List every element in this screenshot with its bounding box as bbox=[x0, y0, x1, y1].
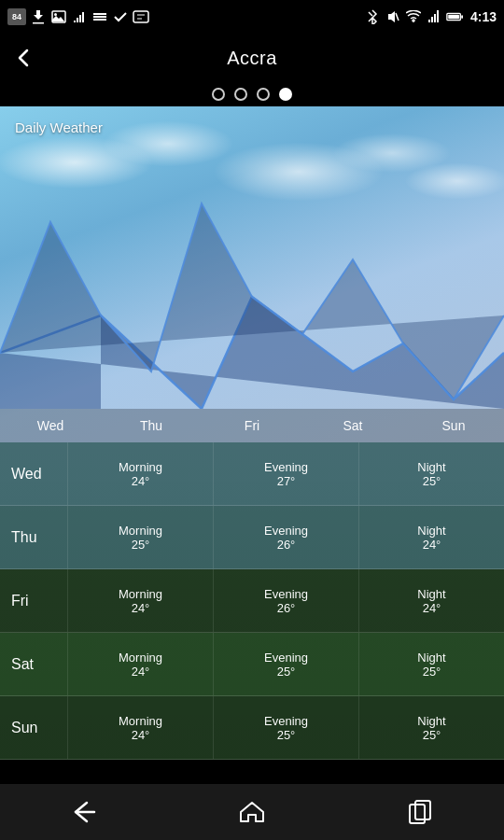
evening-temp: 25° bbox=[277, 728, 296, 742]
row-day: Sun bbox=[0, 696, 67, 759]
status-right-icons: 4:13 bbox=[364, 8, 497, 25]
chart-day-sun: Sun bbox=[403, 418, 504, 433]
signal-icon bbox=[71, 8, 88, 25]
night-label: Night bbox=[417, 714, 445, 728]
battery-84-icon: 84 bbox=[7, 8, 26, 25]
row-night: Night 25° bbox=[358, 442, 504, 505]
status-bar: 84 bbox=[0, 0, 504, 34]
back-button[interactable] bbox=[13, 48, 34, 68]
evening-temp: 26° bbox=[277, 601, 296, 615]
download-icon bbox=[30, 8, 47, 25]
morning-temp: 25° bbox=[132, 538, 150, 552]
night-temp: 24° bbox=[423, 601, 441, 615]
city-title: Accra bbox=[227, 48, 277, 69]
home-nav-button[interactable] bbox=[215, 791, 289, 833]
signal-bars-icon bbox=[426, 8, 442, 25]
row-day: Sat bbox=[0, 633, 67, 695]
night-label: Night bbox=[417, 587, 445, 601]
chart-day-labels: Wed Thu Fri Sat Sun bbox=[0, 409, 504, 442]
weather-row: Wed Morning 24° Evening 27° Night 25° bbox=[0, 442, 504, 506]
evening-label: Evening bbox=[264, 587, 308, 601]
row-morning: Morning 25° bbox=[67, 506, 213, 568]
battery-icon bbox=[446, 8, 463, 25]
evening-temp: 26° bbox=[277, 538, 296, 552]
night-temp: 25° bbox=[423, 665, 441, 679]
back-nav-button[interactable] bbox=[47, 791, 121, 833]
top-nav: Accra bbox=[0, 34, 504, 82]
bluetooth-icon bbox=[364, 8, 381, 25]
morning-temp: 24° bbox=[132, 601, 150, 615]
weather-row: Sun Morning 24° Evening 25° Night 25° bbox=[0, 696, 504, 760]
morning-temp: 24° bbox=[132, 474, 150, 488]
night-temp: 24° bbox=[423, 538, 441, 552]
weather-row: Fri Morning 24° Evening 26° Night 24° bbox=[0, 569, 504, 633]
chart-area: Daily Weather Wed Thu Fri Sat Sun bbox=[0, 106, 504, 442]
text-icon bbox=[133, 8, 149, 25]
night-label: Night bbox=[417, 460, 445, 474]
chart-day-sat: Sat bbox=[302, 418, 403, 433]
evening-label: Evening bbox=[264, 524, 308, 538]
temperature-chart bbox=[0, 129, 504, 409]
mute-icon bbox=[385, 8, 401, 25]
row-night: Night 25° bbox=[358, 633, 504, 695]
image-icon bbox=[50, 8, 67, 25]
evening-temp: 27° bbox=[277, 474, 296, 488]
svg-rect-9 bbox=[448, 15, 459, 20]
morning-label: Morning bbox=[119, 714, 162, 728]
weather-table: Wed Morning 24° Evening 27° Night 25° Th… bbox=[0, 442, 504, 760]
svg-rect-5 bbox=[133, 11, 148, 22]
weather-row: Sat Morning 24° Evening 25° Night 25° bbox=[0, 633, 504, 696]
status-left-icons: 84 bbox=[7, 8, 149, 25]
recent-nav-button[interactable] bbox=[383, 791, 457, 833]
page-dot-3[interactable] bbox=[257, 88, 270, 101]
row-evening: Evening 25° bbox=[213, 696, 358, 759]
row-evening: Evening 25° bbox=[213, 633, 358, 695]
morning-label: Morning bbox=[119, 460, 162, 474]
check-icon bbox=[112, 8, 129, 25]
row-night: Night 24° bbox=[358, 569, 504, 632]
chart-day-thu: Thu bbox=[101, 418, 202, 433]
chart-day-fri: Fri bbox=[202, 418, 302, 433]
evening-label: Evening bbox=[264, 714, 308, 728]
clock: 4:13 bbox=[470, 9, 497, 24]
row-morning: Morning 24° bbox=[67, 442, 213, 505]
row-evening: Evening 26° bbox=[213, 506, 358, 568]
wifi-icon bbox=[405, 8, 422, 25]
daily-weather-label: Daily Weather bbox=[15, 119, 103, 135]
night-temp: 25° bbox=[423, 474, 441, 488]
bottom-nav bbox=[0, 784, 504, 840]
row-day: Fri bbox=[0, 569, 67, 632]
row-day: Wed bbox=[0, 442, 67, 505]
night-label: Night bbox=[417, 524, 445, 538]
row-morning: Morning 24° bbox=[67, 696, 213, 759]
morning-temp: 24° bbox=[132, 728, 150, 742]
svg-line-6 bbox=[396, 13, 399, 21]
morning-temp: 24° bbox=[132, 665, 150, 679]
svg-rect-12 bbox=[415, 801, 430, 819]
bars-icon bbox=[91, 8, 108, 25]
row-evening: Evening 27° bbox=[213, 442, 358, 505]
evening-temp: 25° bbox=[277, 665, 296, 679]
svg-rect-3 bbox=[93, 16, 106, 18]
chart-day-wed: Wed bbox=[0, 418, 101, 433]
night-label: Night bbox=[417, 651, 445, 665]
page-dot-4[interactable] bbox=[279, 88, 292, 101]
page-indicators bbox=[0, 82, 504, 106]
svg-rect-2 bbox=[93, 13, 106, 15]
svg-rect-8 bbox=[461, 15, 463, 19]
row-morning: Morning 24° bbox=[67, 633, 213, 695]
row-morning: Morning 24° bbox=[67, 569, 213, 632]
morning-label: Morning bbox=[119, 587, 162, 601]
svg-rect-4 bbox=[93, 19, 106, 21]
row-evening: Evening 26° bbox=[213, 569, 358, 632]
page-dot-1[interactable] bbox=[212, 88, 225, 101]
row-night: Night 25° bbox=[358, 696, 504, 759]
svg-point-1 bbox=[54, 13, 57, 16]
weather-row: Thu Morning 25° Evening 26° Night 24° bbox=[0, 506, 504, 569]
morning-label: Morning bbox=[119, 524, 162, 538]
row-day: Thu bbox=[0, 506, 67, 568]
morning-label: Morning bbox=[119, 651, 162, 665]
page-dot-2[interactable] bbox=[234, 88, 247, 101]
evening-label: Evening bbox=[264, 460, 308, 474]
night-temp: 25° bbox=[423, 728, 441, 742]
